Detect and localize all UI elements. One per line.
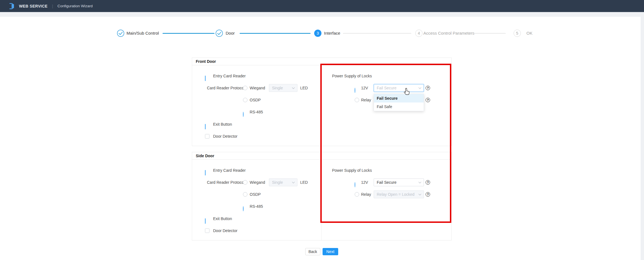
lock-mode-select[interactable]: Fail Secure [374, 84, 424, 92]
help-12v-icon[interactable]: ? [426, 86, 430, 90]
step-4-label: Access Control Parameters [423, 30, 474, 37]
door-detector-checkbox[interactable] [205, 228, 209, 233]
front-door-card: Front Door Entry Card Reader Card Reader… [192, 58, 452, 146]
relay-mode-select: Relay Open = Locked [374, 190, 424, 198]
rs485-radio[interactable] [243, 112, 244, 117]
front-door-title: Front Door [196, 59, 216, 64]
wizard-step-bar: Main/Sub Control Door 3 Interface 4 Acce… [0, 17, 641, 42]
power-12v-radio[interactable] [355, 88, 355, 93]
step-connector-3 [343, 33, 411, 34]
power-relay-label: Relay [361, 98, 371, 102]
step-3-circle[interactable]: 3 [314, 30, 321, 37]
door-detector-label: Door Detector [213, 228, 237, 233]
exit-button-label: Exit Button [213, 122, 232, 127]
help-relay-icon[interactable]: ? [426, 98, 430, 102]
topbar-separator: | [52, 4, 53, 8]
step-3-label: Interface [324, 30, 340, 37]
step-1-circle-check-icon[interactable] [117, 30, 124, 37]
front-door-card-header: Front Door [192, 58, 451, 65]
power-supply-title: Power Supply of Locks [332, 74, 372, 78]
app-logo-door-icon [8, 3, 15, 10]
chevron-down-icon [419, 181, 421, 183]
step-2-circle-check-icon[interactable] [216, 30, 223, 37]
step-5-label: OK [526, 30, 533, 37]
page-title: Configuration Wizard [58, 4, 93, 8]
door-detector-checkbox[interactable] [205, 134, 209, 139]
power-12v-label: 12V [361, 86, 368, 90]
back-button[interactable]: Back [305, 248, 320, 255]
step-1-label: Main/Sub Control [127, 30, 159, 37]
step-5-circle[interactable]: 5 [514, 30, 521, 37]
dropdown-option-fail-secure[interactable]: Fail Secure [374, 94, 424, 102]
side-door-card-header: Side Door [192, 152, 451, 160]
step-connector-1 [163, 33, 214, 34]
next-button[interactable]: Next [323, 248, 338, 255]
step-connector-2 [240, 33, 311, 34]
help-12v-icon[interactable]: ? [426, 180, 430, 185]
rs485-radio[interactable] [243, 206, 244, 211]
exit-button-label: Exit Button [213, 216, 232, 221]
chevron-down-icon [419, 193, 421, 195]
power-relay-label: Relay [361, 192, 371, 197]
rs485-label: RS-485 [250, 110, 263, 114]
lock-mode-dropdown: Fail Secure Fail Safe [374, 94, 424, 111]
power-12v-label: 12V [361, 180, 368, 185]
power-relay-radio[interactable] [355, 98, 359, 102]
chevron-down-icon [419, 86, 421, 89]
power-relay-radio[interactable] [355, 192, 359, 197]
step-connector-4 [474, 33, 506, 34]
brand-name: WEB SERVICE [19, 4, 47, 8]
side-door-title: Side Door [196, 154, 214, 158]
topbar: WEB SERVICE | Configuration Wizard [0, 0, 644, 12]
main-content: Main/Sub Control Door 3 Interface 4 Acce… [0, 17, 641, 260]
door-detector-label: Door Detector [213, 134, 237, 139]
help-relay-icon[interactable]: ? [426, 192, 430, 197]
power-12v-radio[interactable] [355, 182, 355, 187]
side-door-card: Side Door Entry Card Reader Card Reader … [192, 152, 452, 240]
exit-button-checkbox[interactable] [205, 218, 206, 224]
lock-mode-select[interactable]: Fail Secure [374, 178, 424, 186]
dropdown-option-fail-safe[interactable]: Fail Safe [374, 102, 424, 111]
rs485-label: RS-485 [250, 204, 263, 209]
step-2-label: Door [226, 30, 235, 37]
exit-button-checkbox[interactable] [205, 124, 206, 129]
power-supply-title: Power Supply of Locks [332, 168, 372, 173]
step-4-circle[interactable]: 4 [415, 30, 423, 37]
